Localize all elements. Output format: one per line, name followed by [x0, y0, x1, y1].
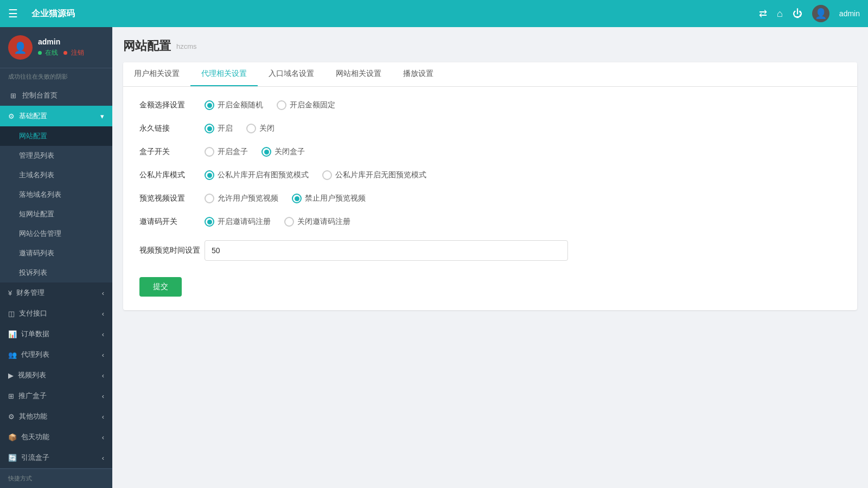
video-preview-time-input[interactable]	[205, 240, 568, 261]
sidebar-item-orders[interactable]: 📊 订单数据 ‹	[0, 324, 112, 344]
form-row-video-preview: 预览视频设置 允许用户预览视频 禁止用户预览视频	[139, 194, 841, 203]
user-avatar: 👤	[8, 35, 33, 60]
sidebar-item-announcement[interactable]: 网站公告管理	[0, 224, 112, 243]
radio-box-open[interactable]: 开启盒子	[205, 147, 248, 157]
radio-circle-preview-disable	[292, 194, 302, 203]
payment-icon: ◫	[8, 310, 15, 318]
radio-label-library-preview: 公私片库开启有图预览模式	[218, 170, 309, 180]
radio-label-box-open: 开启盒子	[218, 147, 248, 157]
flow-box-icon: 🔄	[8, 454, 17, 462]
user-name: admin	[38, 37, 104, 46]
radio-box-close[interactable]: 关闭盒子	[261, 147, 305, 157]
sidebar-item-website-config[interactable]: 网站配置	[0, 126, 112, 146]
radio-label-box-close: 关闭盒子	[275, 147, 305, 157]
videos-icon: ▶	[8, 371, 14, 380]
user-status: 在线 注销	[38, 48, 104, 57]
radio-library-preview[interactable]: 公私片库开启有图预览模式	[205, 170, 309, 180]
power-icon[interactable]: ⏻	[793, 8, 802, 20]
logout-label: 注销	[71, 49, 84, 56]
sidebar-item-day-func[interactable]: 📦 包天功能 ‹	[0, 427, 112, 447]
sidebar-item-agents[interactable]: 👥 代理列表 ‹	[0, 344, 112, 365]
online-dot	[38, 51, 42, 55]
radio-library-no-preview[interactable]: 公私片库开启无图预览模式	[322, 170, 426, 180]
hamburger-icon[interactable]: ☰	[8, 7, 18, 20]
radio-label-library-no-preview: 公私片库开启无图预览模式	[335, 170, 426, 180]
options-permalink: 开启 关闭	[205, 124, 275, 133]
sidebar-item-flow-box[interactable]: 🔄 引流盒子 ‹	[0, 447, 112, 468]
label-box-switch: 盒子开关	[139, 147, 205, 157]
tab-domain-settings[interactable]: 入口域名设置	[258, 62, 325, 86]
radio-circle-preview-allow	[205, 194, 214, 203]
tab-site-settings[interactable]: 网站相关设置	[325, 62, 392, 86]
submit-button[interactable]: 提交	[139, 277, 182, 297]
sidebar-item-admin-list[interactable]: 管理员列表	[0, 146, 112, 165]
sidebar-item-dashboard[interactable]: ⊞ 控制台首页	[0, 85, 112, 106]
promo-box-arrow: ‹	[102, 392, 104, 400]
sidebar-quick-access: 快捷方式	[0, 468, 112, 488]
sidebar-item-landing-domain[interactable]: 落地域名列表	[0, 185, 112, 204]
label-video-preview: 预览视频设置	[139, 194, 205, 203]
main-card: 用户相关设置 代理相关设置 入口域名设置 网站相关设置 播放设置 金额选择设置 …	[123, 62, 857, 310]
promo-box-icon: ⊞	[8, 392, 14, 400]
radio-circle-box-open	[205, 147, 214, 157]
sidebar-item-videos[interactable]: ▶ 视频列表 ‹	[0, 365, 112, 386]
radio-circle-permalink-off	[246, 124, 256, 133]
radio-circle-amount-random	[205, 100, 214, 110]
sidebar-item-payment[interactable]: ◫ 支付接口 ‹	[0, 303, 112, 324]
sidebar-item-complaint-list[interactable]: 投诉列表	[0, 263, 112, 282]
sidebar-item-basic-config[interactable]: ⚙ 基础配置 ▾	[0, 106, 112, 126]
radio-amount-fixed[interactable]: 开启金额固定	[277, 100, 335, 110]
radio-amount-random[interactable]: 开启金额随机	[205, 100, 263, 110]
sidebar-item-domain-list[interactable]: 主域名列表	[0, 165, 112, 185]
logout-dot	[63, 51, 67, 55]
radio-label-preview-disable: 禁止用户预览视频	[305, 194, 366, 203]
finance-label: 财务管理	[16, 288, 44, 298]
payment-label: 支付接口	[19, 309, 47, 318]
page-title: 网站配置	[123, 38, 171, 54]
tab-user-settings[interactable]: 用户相关设置	[123, 62, 190, 86]
sidebar-item-invite-list[interactable]: 邀请码列表	[0, 243, 112, 263]
sidebar-subtitle: 成功往往在失败的阴影	[0, 68, 112, 85]
sidebar-item-short-url[interactable]: 短网址配置	[0, 204, 112, 224]
logout-link[interactable]: 注销	[63, 48, 84, 57]
radio-label-amount-fixed: 开启金额固定	[290, 100, 335, 110]
other-func-icon: ⚙	[8, 413, 15, 421]
radio-permalink-on[interactable]: 开启	[205, 124, 233, 133]
radio-preview-allow[interactable]: 允许用户预览视频	[205, 194, 278, 203]
day-func-icon: 📦	[8, 433, 17, 441]
status-label: 在线	[45, 49, 58, 56]
sidebar-item-promo-box[interactable]: ⊞ 推广盒子 ‹	[0, 386, 112, 406]
radio-preview-disable[interactable]: 禁止用户预览视频	[292, 194, 366, 203]
radio-invite-on[interactable]: 开启邀请码注册	[205, 217, 271, 227]
radio-permalink-off[interactable]: 关闭	[246, 124, 275, 133]
radio-invite-off[interactable]: 关闭邀请码注册	[284, 217, 350, 227]
sidebar-item-other-func[interactable]: ⚙ 其他功能 ‹	[0, 406, 112, 427]
sidebar-item-finance[interactable]: ¥ 财务管理 ‹	[0, 282, 112, 303]
user-details: admin 在线 注销	[38, 37, 104, 57]
dashboard-label: 控制台首页	[22, 91, 58, 100]
label-permalink: 永久链接	[139, 124, 205, 133]
share-icon[interactable]: ⇄	[759, 8, 767, 20]
radio-circle-permalink-on	[205, 124, 214, 133]
top-header: ☰ 企业猫源码 ⇄ ⌂ ⏻ 👤 admin	[0, 0, 868, 27]
home-icon[interactable]: ⌂	[777, 8, 783, 20]
orders-label: 订单数据	[21, 329, 49, 339]
options-box-switch: 开启盒子 关闭盒子	[205, 147, 305, 157]
options-library-mode: 公私片库开启有图预览模式 公私片库开启无图预览模式	[205, 170, 426, 180]
tab-agent-settings[interactable]: 代理相关设置	[190, 62, 258, 86]
tab-play-settings[interactable]: 播放设置	[392, 62, 444, 86]
day-func-arrow: ‹	[102, 433, 104, 441]
other-func-arrow: ‹	[102, 413, 104, 421]
main-content: 网站配置 hzcms 用户相关设置 代理相关设置 入口域名设置 网站相关设置 播…	[112, 27, 868, 488]
status-online: 在线	[38, 48, 58, 57]
flow-box-arrow: ‹	[102, 454, 104, 462]
page-header: 网站配置 hzcms	[123, 38, 857, 54]
label-video-preview-time: 视频预览时间设置	[139, 246, 205, 255]
radio-label-amount-random: 开启金额随机	[218, 100, 263, 110]
radio-circle-box-close	[261, 147, 271, 157]
form-row-invite-code: 邀请码开关 开启邀请码注册 关闭邀请码注册	[139, 217, 841, 227]
flow-box-label: 引流盒子	[21, 453, 49, 463]
videos-label: 视频列表	[18, 370, 46, 380]
options-video-preview: 允许用户预览视频 禁止用户预览视频	[205, 194, 366, 203]
finance-arrow: ‹	[102, 289, 104, 297]
